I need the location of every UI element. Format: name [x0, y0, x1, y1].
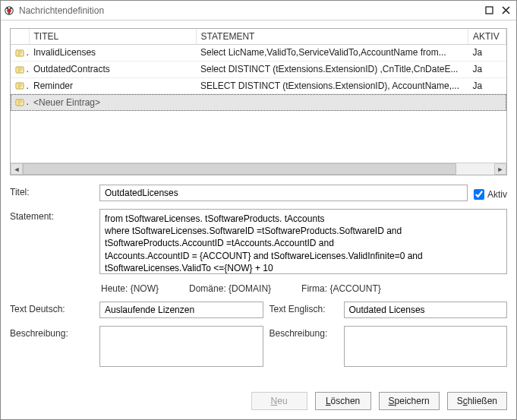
- col-header-statement[interactable]: STATEMENT: [196, 29, 468, 45]
- table-row[interactable]: Reminder SELECT DISTINCT (tExtensions.Ex…: [11, 77, 506, 94]
- table-row[interactable]: OutdatedContracts Select DISTINCT (tExte…: [11, 61, 506, 77]
- titel-input[interactable]: [99, 185, 468, 201]
- label-statement: Statement:: [10, 209, 93, 222]
- maximize-button[interactable]: [483, 5, 495, 17]
- col-header-aktiv[interactable]: AKTIV: [468, 29, 506, 45]
- statement-textarea[interactable]: [99, 209, 507, 274]
- label-desc-en: Beschreibung:: [270, 326, 338, 339]
- svg-point-2: [6, 7, 8, 8]
- new-entry-row[interactable]: <Neuer Eintrag>: [11, 94, 506, 111]
- neu-button[interactable]: Neu: [251, 392, 307, 410]
- grid-horizontal-scrollbar[interactable]: ◄ ►: [11, 163, 506, 175]
- label-desc-de: Beschreibung:: [10, 326, 93, 339]
- aktiv-checkbox[interactable]: [474, 189, 484, 200]
- label-titel: Titel:: [10, 185, 93, 197]
- hint-domaene: Domäne: {DOMAIN}: [189, 283, 271, 294]
- app-icon: [4, 5, 14, 16]
- col-header-titel[interactable]: TITEL: [29, 29, 196, 45]
- loeschen-button[interactable]: Löschen: [315, 392, 371, 410]
- titlebar: Nachrichtendefinition: [1, 1, 516, 21]
- grid-header-row: TITEL STATEMENT AKTIV: [11, 29, 506, 45]
- messages-grid[interactable]: TITEL STATEMENT AKTIV InvalidLicenses Se…: [10, 28, 507, 175]
- label-aktiv: Aktiv: [487, 189, 507, 200]
- desc-en-textarea[interactable]: [344, 326, 508, 367]
- window-title: Nachrichtendefinition: [19, 5, 478, 16]
- close-button[interactable]: [500, 5, 512, 17]
- scroll-right-icon[interactable]: ►: [494, 163, 506, 175]
- label-text-de: Text Deutsch:: [10, 302, 93, 314]
- svg-point-1: [7, 8, 11, 13]
- svg-rect-5: [486, 7, 493, 14]
- hint-heute: Heute: {NOW}: [101, 283, 159, 294]
- desc-de-textarea[interactable]: [99, 326, 263, 367]
- svg-point-3: [10, 7, 11, 8]
- message-icon: [15, 48, 26, 58]
- placeholder-hints: Heute: {NOW} Domäne: {DOMAIN} Firma: {AC…: [99, 282, 507, 294]
- speichern-button[interactable]: Speichern: [379, 392, 440, 410]
- label-text-en: Text Englisch:: [270, 302, 338, 314]
- message-icon: [15, 81, 26, 91]
- table-row[interactable]: InvalidLicenses Select LicName,ValidTo,S…: [11, 45, 506, 62]
- hint-firma: Firma: {ACCOUNT}: [301, 283, 381, 294]
- scroll-left-icon[interactable]: ◄: [11, 163, 23, 175]
- svg-point-4: [8, 12, 10, 14]
- message-icon: [15, 97, 26, 108]
- text-de-input[interactable]: [99, 302, 263, 318]
- aktiv-checkbox-wrap[interactable]: Aktiv: [474, 187, 507, 200]
- text-en-input[interactable]: [344, 302, 508, 318]
- dialog-buttons: Neu Löschen Speichern Schließen: [1, 386, 516, 419]
- message-icon: [15, 65, 26, 75]
- schliessen-button[interactable]: Schließen: [447, 392, 507, 410]
